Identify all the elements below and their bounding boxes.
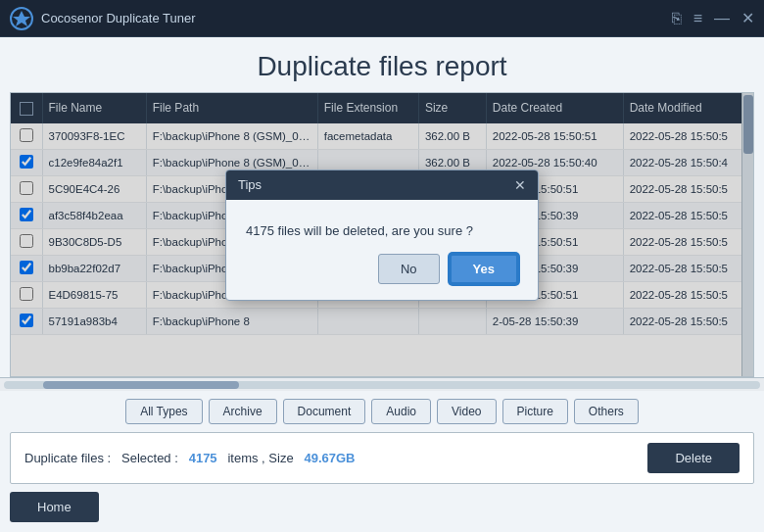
filter-audio[interactable]: Audio bbox=[371, 399, 431, 424]
filter-others[interactable]: Others bbox=[574, 399, 639, 424]
share-icon[interactable]: ⎘ bbox=[672, 10, 682, 27]
horizontal-scrollbar[interactable] bbox=[4, 381, 760, 389]
duplicate-files-label: Duplicate files : bbox=[24, 451, 111, 465]
files-table-wrapper: File Name File Path File Extension Size … bbox=[10, 92, 754, 377]
filter-picture[interactable]: Picture bbox=[502, 399, 568, 424]
yes-button[interactable]: Yes bbox=[450, 254, 518, 284]
selected-count: 4175 bbox=[189, 451, 217, 465]
modal-actions: No Yes bbox=[226, 254, 538, 300]
modal-overlay: Tips ✕ 4175 files will be deleted, are y… bbox=[11, 93, 753, 376]
window-controls: ⎘ ≡ — ✕ bbox=[672, 9, 754, 27]
svg-marker-1 bbox=[13, 11, 30, 26]
modal-close-button[interactable]: ✕ bbox=[514, 177, 526, 193]
app-title: Cocosenor Duplicate Tuner bbox=[41, 11, 672, 25]
selected-size: 49.67GB bbox=[304, 451, 355, 465]
items-label: items , Size bbox=[227, 451, 293, 465]
modal-body: 4175 files will be deleted, are you sure… bbox=[226, 200, 538, 254]
page-title: Duplicate files report bbox=[0, 37, 764, 92]
no-button[interactable]: No bbox=[378, 254, 440, 284]
filter-all-types[interactable]: All Types bbox=[125, 399, 202, 424]
title-bar: Cocosenor Duplicate Tuner ⎘ ≡ — ✕ bbox=[0, 0, 764, 37]
modal-title: Tips bbox=[238, 177, 262, 192]
app-logo-icon bbox=[10, 7, 33, 30]
horizontal-scrollbar-row bbox=[0, 377, 764, 391]
status-bar: Duplicate files : Selected : 4175 items … bbox=[10, 432, 754, 484]
minimize-icon[interactable]: — bbox=[714, 10, 730, 27]
filter-archive[interactable]: Archive bbox=[209, 399, 277, 424]
horizontal-scrollbar-thumb bbox=[43, 381, 239, 389]
delete-button[interactable]: Delete bbox=[647, 443, 740, 473]
selected-label: Selected : bbox=[121, 451, 178, 465]
filter-document[interactable]: Document bbox=[283, 399, 366, 424]
modal-message: 4175 files will be deleted, are you sure… bbox=[246, 223, 473, 238]
filter-bar: All Types Archive Document Audio Video P… bbox=[0, 391, 764, 432]
status-text: Duplicate files : Selected : 4175 items … bbox=[24, 451, 356, 465]
modal-titlebar: Tips ✕ bbox=[226, 170, 538, 200]
home-bar: Home bbox=[0, 492, 764, 532]
filter-video[interactable]: Video bbox=[437, 399, 496, 424]
main-content: Duplicate files report File Name File Pa… bbox=[0, 37, 764, 532]
tips-modal: Tips ✕ 4175 files will be deleted, are y… bbox=[225, 169, 539, 301]
close-icon[interactable]: ✕ bbox=[741, 9, 754, 27]
home-button[interactable]: Home bbox=[10, 492, 99, 522]
menu-icon[interactable]: ≡ bbox=[693, 10, 702, 27]
